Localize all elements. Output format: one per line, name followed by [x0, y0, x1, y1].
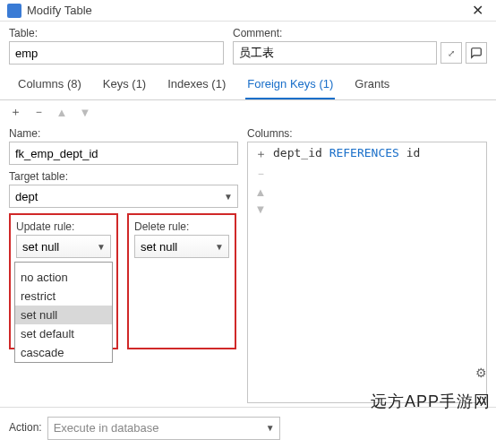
watermark-text: 远方APP手游网 — [371, 391, 491, 412]
table-input[interactable] — [9, 41, 224, 65]
update-rule-label: Update rule: — [16, 220, 111, 233]
name-label: Name: — [9, 127, 238, 140]
tab-columns[interactable]: Columns (8) — [16, 72, 83, 99]
fk-ref-col: id — [406, 146, 421, 159]
rule-option-noaction[interactable]: no action — [15, 268, 112, 287]
action-label: Action: — [9, 421, 42, 434]
down-icon[interactable]: ▼ — [79, 106, 91, 119]
expand-icon[interactable]: ⤢ — [440, 42, 462, 64]
close-icon[interactable]: ✕ — [466, 2, 489, 19]
update-rule-box: Update rule: ▼ no action restrict set nu… — [9, 213, 118, 349]
remove-icon[interactable]: － — [32, 104, 45, 120]
fk-col-name: dept_id — [273, 146, 322, 159]
col-add-icon[interactable]: ＋ — [253, 146, 268, 162]
delete-rule-box: Delete rule: ▼ — [127, 213, 236, 349]
columns-panel-label: Columns: — [247, 127, 487, 140]
chat-icon[interactable] — [466, 42, 487, 64]
gear-icon[interactable]: ⚙ — [475, 366, 487, 380]
rule-option-cascade[interactable]: cascade — [15, 343, 112, 362]
delete-rule-label: Delete rule: — [134, 220, 229, 233]
target-table-input[interactable] — [9, 185, 238, 208]
up-icon[interactable]: ▲ — [56, 106, 68, 119]
fk-name-input[interactable] — [9, 142, 238, 165]
target-table-label: Target table: — [9, 170, 238, 183]
tab-keys[interactable]: Keys (1) — [101, 72, 148, 99]
action-select[interactable] — [47, 417, 280, 440]
update-rule-dropdown: no action restrict set null set default … — [14, 262, 113, 363]
col-down-icon: ▼ — [253, 202, 268, 216]
comment-input[interactable] — [233, 41, 437, 65]
col-up-icon: ▲ — [253, 185, 268, 199]
update-rule-select[interactable] — [16, 235, 111, 258]
add-icon[interactable]: ＋ — [9, 104, 21, 120]
comment-label: Comment: — [233, 27, 487, 39]
rule-option-restrict[interactable]: restrict — [15, 287, 112, 306]
rule-option-setnull[interactable]: set null — [15, 306, 112, 324]
table-label: Table: — [9, 27, 224, 39]
col-remove-icon: － — [253, 166, 268, 182]
delete-rule-select[interactable] — [134, 235, 229, 258]
references-keyword: REFERENCES — [329, 146, 399, 159]
window-title: Modify Table — [27, 4, 466, 17]
columns-panel: ＋ － ▲ ▼ dept_id REFERENCES id — [247, 142, 487, 403]
app-icon — [7, 4, 21, 18]
tab-grants[interactable]: Grants — [353, 72, 391, 99]
rule-option-setdefault[interactable]: set default — [15, 324, 112, 343]
tab-indexes[interactable]: Indexes (1) — [166, 72, 227, 99]
tab-foreign-keys[interactable]: Foreign Keys (1) — [245, 72, 335, 99]
fk-column-definition: dept_id REFERENCES id — [273, 146, 420, 399]
